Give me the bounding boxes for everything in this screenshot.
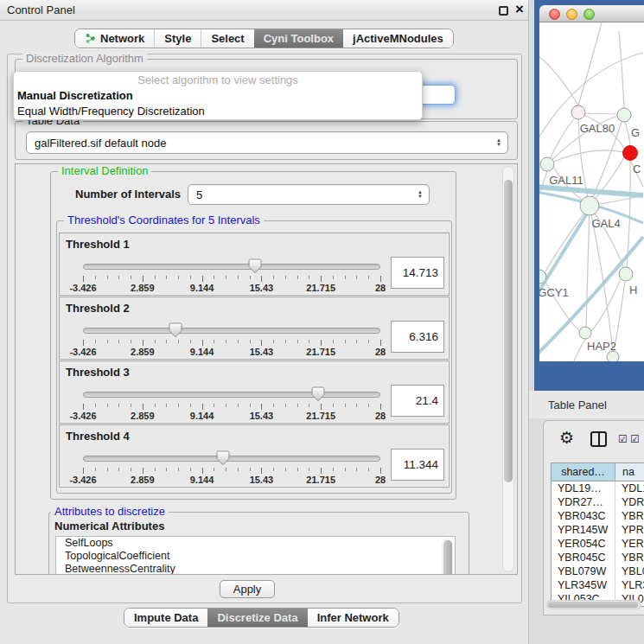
tick-mark (368, 276, 369, 279)
table-row[interactable]: YDL19…YDL1 (552, 481, 644, 495)
network-node-gal80[interactable] (571, 105, 585, 119)
network-node-label: G (631, 126, 640, 139)
close-icon[interactable]: × (515, 1, 524, 18)
network-node-gal11[interactable] (540, 157, 554, 171)
slider-thumb-handle[interactable] (216, 450, 230, 466)
tick-mark (190, 276, 191, 279)
table-row[interactable]: YBL079WYBL0 (552, 564, 644, 578)
tick-label: 28 (375, 411, 386, 421)
network-node-h[interactable] (619, 267, 633, 281)
slider-inner: -3.4262.8599.14415.4321.71528 (83, 258, 380, 294)
table-data-combobox[interactable]: galFiltered.sif default node ▲▼ (26, 131, 508, 154)
tick-mark (261, 468, 262, 474)
attribute-list-item[interactable]: SelfLoops (56, 537, 455, 550)
number-of-intervals-label: Number of Intervals (75, 188, 181, 201)
network-node-hap2[interactable] (579, 327, 591, 339)
attributes-group: Attributes to discretize Numerical Attri… (48, 512, 469, 575)
number-of-intervals-combobox[interactable]: 5 ▲▼ (188, 184, 430, 205)
threshold-value-field[interactable]: 11.344 (391, 449, 444, 481)
tick-mark (155, 468, 156, 471)
table-row[interactable]: YBR045CYBR0 (552, 551, 644, 564)
tick-mark (273, 340, 274, 343)
attributes-list-scrollbar[interactable] (442, 539, 453, 575)
network-edge (590, 206, 624, 269)
threshold-value-field[interactable]: 21.4 (391, 385, 444, 417)
network-node-label: GCY1 (539, 286, 569, 299)
tick-label: 15.43 (250, 283, 274, 293)
network-window-titlebar[interactable] (539, 5, 644, 22)
close-traffic-light[interactable] (549, 9, 560, 20)
table-row[interactable]: YLR345WYLR3 (552, 578, 644, 592)
attribute-list-item[interactable]: TopologicalCoefficient (56, 550, 455, 563)
tick-mark (285, 340, 286, 343)
apply-button[interactable]: Apply (220, 580, 275, 598)
table-row[interactable]: YPR145WYPR1 (552, 523, 644, 537)
scrollbar-thumb[interactable] (443, 540, 452, 575)
slider-track[interactable] (83, 392, 380, 398)
table-cell-name: YDL1 (615, 481, 644, 495)
table-row[interactable]: YER054CYER0 (552, 537, 644, 551)
network-node-gal4[interactable] (580, 196, 599, 215)
network-node[interactable] (607, 351, 619, 361)
tab-impute-data[interactable]: Impute Data (124, 609, 207, 627)
network-graph: GAL80GCGAL11GAL4GCY1HHAP2 (539, 22, 644, 361)
table-header-shared-name[interactable]: shared… (552, 463, 615, 481)
tab-jactivemnodules[interactable]: jActiveMNodules (343, 29, 453, 48)
tick-mark (309, 468, 309, 471)
tab-style[interactable]: Style (154, 29, 201, 48)
column-layout-icon[interactable] (590, 431, 607, 447)
slider-thumb-handle[interactable] (311, 386, 325, 402)
table-cell-shared-name: YER054C (552, 537, 615, 551)
threshold-panel-4: Threshold 4-3.4262.8599.14415.4321.71528… (59, 424, 450, 488)
tick-mark (95, 468, 96, 471)
slider-track[interactable] (83, 456, 380, 462)
tick-mark (238, 276, 239, 279)
checkbox-icon[interactable]: ☑ (618, 433, 628, 445)
cyni-bottom-tabs: Impute DataDiscretize DataInfer Network (124, 608, 399, 628)
table-horizontal-scrollbar[interactable] (546, 600, 641, 609)
minimize-traffic-light[interactable] (566, 9, 577, 20)
tick-label: -3.426 (69, 411, 96, 421)
tick-mark (250, 340, 251, 343)
tab-cyni-toolbox[interactable]: Cyni Toolbox (254, 29, 343, 48)
tick-mark (131, 340, 131, 343)
table-header-name[interactable]: na (615, 463, 644, 481)
table-cell-name: YER0 (615, 537, 644, 551)
threshold-value-field[interactable]: 14.713 (391, 257, 444, 289)
table-row[interactable]: YDR27…YDR2 (552, 495, 644, 509)
slider-track[interactable] (83, 328, 380, 334)
gear-icon[interactable]: ⚙ (559, 428, 574, 448)
slider-thumb-handle[interactable] (169, 322, 182, 338)
table-row[interactable]: YBR043CYBR0 (552, 509, 644, 523)
right-pane: GAL80GCGAL11GAL4GCY1HHAP2 Table Panel ⚙ … (529, 0, 644, 644)
tab-network[interactable]: Network (75, 29, 154, 48)
tick-mark (131, 276, 131, 279)
network-edge (545, 206, 590, 271)
network-node-c[interactable] (623, 146, 638, 161)
tab-discretize-data[interactable]: Discretize Data (207, 609, 307, 627)
slider-thumb-handle[interactable] (248, 258, 262, 274)
network-node-g[interactable] (617, 108, 631, 122)
algorithm-placeholder-option[interactable]: Select algorithm to view settings (14, 72, 422, 88)
scrollbar-thumb[interactable] (504, 180, 513, 482)
tab-infer-network[interactable]: Infer Network (308, 609, 399, 627)
tab-select[interactable]: Select (201, 29, 253, 48)
slider-track[interactable] (83, 264, 380, 270)
float-icon[interactable] (499, 6, 508, 16)
tick-mark (190, 468, 191, 471)
checkbox-icon[interactable]: ☑ (630, 433, 640, 445)
tick-label: 9.144 (190, 283, 214, 293)
attribute-list-item[interactable]: BetweennessCentrality (56, 563, 455, 575)
algorithm-option-manual[interactable]: Manual Discretization (14, 88, 422, 104)
network-canvas[interactable]: GAL80GCGAL11GAL4GCY1HHAP2 (539, 22, 644, 361)
threshold-label: Threshold 1 (66, 238, 130, 251)
algorithm-option-equal-width[interactable]: Equal Width/Frequency Discretization (14, 104, 422, 119)
threshold-value-field[interactable]: 6.316 (391, 321, 444, 353)
tick-mark (285, 404, 286, 407)
zoom-traffic-light[interactable] (583, 9, 595, 20)
table-data-value: galFiltered.sif default node (35, 137, 166, 150)
settings-vertical-scrollbar[interactable] (502, 166, 514, 572)
tick-label: 2.859 (131, 347, 155, 357)
tick-mark (214, 276, 214, 279)
scrollbar-thumb[interactable] (548, 602, 638, 608)
